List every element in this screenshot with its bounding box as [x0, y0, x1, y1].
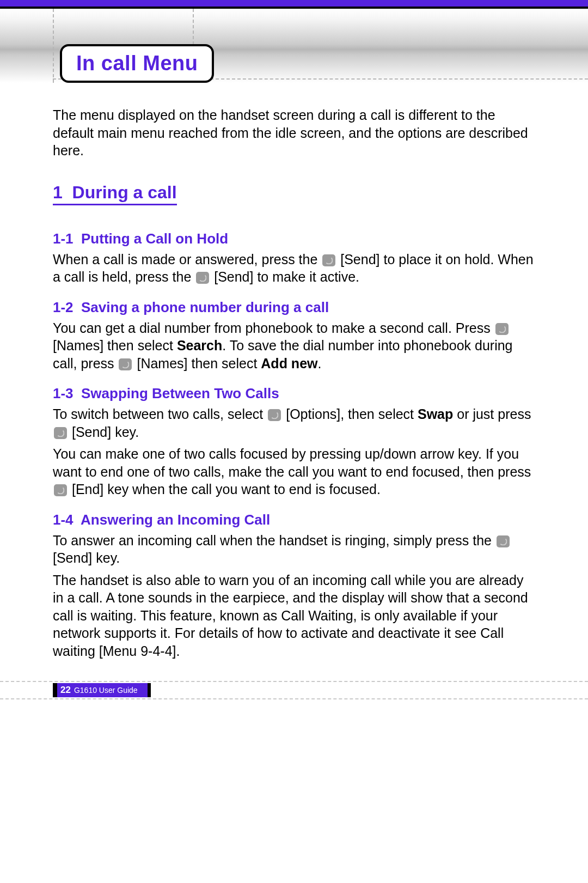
- footer-black-left: [53, 683, 57, 697]
- send-key-icon: [497, 535, 510, 547]
- footer-black-right: [148, 683, 151, 697]
- subsection-body-1-4-p2: The handset is also able to warn you of …: [53, 571, 534, 660]
- page-title-box: In call Menu: [60, 44, 214, 83]
- footer-dashed-bottom: [0, 698, 588, 699]
- names-key-icon: [119, 358, 132, 370]
- content-area: The menu displayed on the handset screen…: [53, 106, 534, 664]
- subsection-body-1-3-p2: You can make one of two calls focused by…: [53, 445, 534, 498]
- guide-line-left: [53, 9, 54, 83]
- footer-purple-band: 22 G1610 User Guide: [57, 683, 148, 697]
- guide-name: G1610 User Guide: [74, 686, 138, 695]
- options-key-icon: [268, 409, 281, 421]
- subsection-body-1-1: When a call is made or answered, press t…: [53, 251, 534, 286]
- end-key-icon: [54, 484, 67, 496]
- top-accent-bar: [0, 0, 588, 7]
- footer-page-label: 22 G1610 User Guide: [53, 683, 151, 697]
- page-number: 22: [60, 685, 71, 696]
- subsection-heading-1-4: 1-4 Answering an Incoming Call: [53, 511, 534, 528]
- names-key-icon: [495, 323, 509, 335]
- subsection-heading-1-1: 1-1 Putting a Call on Hold: [53, 230, 534, 247]
- subsection-body-1-4-p1: To answer an incoming call when the hand…: [53, 532, 534, 567]
- subsection-heading-1-3: 1-3 Swapping Between Two Calls: [53, 385, 534, 402]
- page-title: In call Menu: [76, 52, 198, 75]
- footer-dashed-top: [0, 681, 588, 682]
- header-band: In call Menu: [0, 7, 588, 83]
- send-key-icon: [196, 272, 209, 284]
- subsection-body-1-2: You can get a dial number from phonebook…: [53, 319, 534, 373]
- send-key-icon: [54, 427, 67, 439]
- send-key-icon: [322, 254, 335, 266]
- subsection-body-1-3-p1: To switch between two calls, select [Opt…: [53, 405, 534, 441]
- intro-paragraph: The menu displayed on the handset screen…: [53, 106, 534, 160]
- subsection-heading-1-2: 1-2 Saving a phone number during a call: [53, 299, 534, 316]
- section-heading: 1 During a call: [53, 182, 177, 205]
